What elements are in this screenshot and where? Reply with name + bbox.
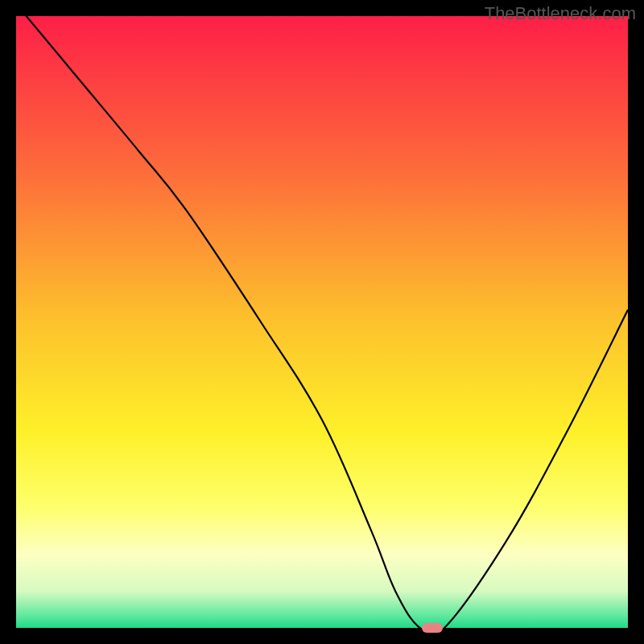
optimal-point-marker xyxy=(422,623,443,633)
chart-svg xyxy=(16,16,628,628)
watermark-text: TheBottleneck.com xyxy=(485,3,636,24)
gradient-background xyxy=(16,16,628,628)
plot-area xyxy=(16,16,628,628)
